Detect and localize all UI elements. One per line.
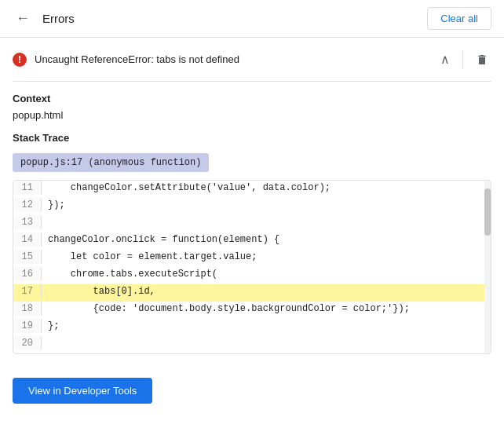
line-content: let color = element.target.value; <box>42 250 491 264</box>
line-number: 12 <box>13 198 42 212</box>
line-number: 19 <box>13 319 42 333</box>
line-number: 18 <box>13 302 42 316</box>
code-line: 16 chrome.tabs.executeScript( <box>13 267 491 284</box>
code-line: 20 <box>13 336 491 353</box>
stack-trace-section: Stack Trace popup.js:17 (anonymous funct… <box>13 132 491 180</box>
code-line: 15 let color = element.target.value; <box>13 250 491 267</box>
code-line: 19}; <box>13 319 491 336</box>
line-content: }; <box>42 319 491 333</box>
line-content <box>42 215 491 218</box>
line-number: 17 <box>13 284 42 298</box>
context-section: Context popup.html <box>13 93 491 121</box>
vertical-divider <box>462 50 463 69</box>
header-left: ← Errors <box>13 7 75 30</box>
line-content: chrome.tabs.executeScript( <box>42 267 491 281</box>
line-number: 11 <box>13 181 42 195</box>
error-item: ! Uncaught ReferenceError: tabs is not d… <box>13 38 491 82</box>
line-number: 16 <box>13 267 42 281</box>
context-file: popup.html <box>13 109 491 121</box>
main-content: ! Uncaught ReferenceError: tabs is not d… <box>0 38 504 367</box>
line-content: {code: 'document.body.style.backgroundCo… <box>42 302 491 316</box>
dev-tools-button[interactable]: View in Developer Tools <box>13 378 152 404</box>
clear-all-button[interactable]: Clear all <box>427 7 491 30</box>
chevron-up-icon: ∧ <box>440 52 450 67</box>
error-message: Uncaught ReferenceError: tabs is not def… <box>35 53 239 65</box>
line-content <box>42 336 491 339</box>
code-line: 14changeColor.onclick = function(element… <box>13 232 491 250</box>
code-line: 13 <box>13 215 491 232</box>
line-number: 20 <box>13 336 42 350</box>
stack-trace-chip: popup.js:17 (anonymous function) <box>13 153 209 172</box>
line-number: 15 <box>13 250 42 264</box>
line-content: }); <box>42 198 491 212</box>
footer: View in Developer Tools <box>0 367 504 415</box>
error-controls: ∧ <box>437 49 491 70</box>
page-title: Errors <box>42 12 75 25</box>
code-line: 18 {code: 'document.body.style.backgroun… <box>13 302 491 319</box>
error-icon: ! <box>13 53 27 67</box>
code-line: 17 tabs[0].id, <box>13 284 491 302</box>
line-content: changeColor.setAttribute('value', data.c… <box>42 181 491 195</box>
line-number: 14 <box>13 232 42 247</box>
code-line: 11 changeColor.setAttribute('value', dat… <box>13 181 491 198</box>
code-lines-container[interactable]: 11 changeColor.setAttribute('value', dat… <box>13 181 491 353</box>
back-icon: ← <box>16 10 30 27</box>
back-button[interactable]: ← <box>13 7 33 30</box>
stack-trace-label: Stack Trace <box>13 132 491 144</box>
error-left: ! Uncaught ReferenceError: tabs is not d… <box>13 53 239 67</box>
line-content: tabs[0].id, <box>42 284 491 298</box>
code-block: 11 changeColor.setAttribute('value', dat… <box>13 180 491 354</box>
collapse-button[interactable]: ∧ <box>437 49 453 70</box>
trash-icon <box>476 53 488 66</box>
line-content: changeColor.onclick = function(element) … <box>42 232 491 247</box>
scrollbar-thumb <box>484 188 491 236</box>
line-number: 13 <box>13 215 42 229</box>
scrollbar[interactable] <box>484 181 491 353</box>
error-icon-label: ! <box>18 54 21 65</box>
delete-button[interactable] <box>473 50 491 69</box>
context-label: Context <box>13 93 491 104</box>
header: ← Errors Clear all <box>0 0 504 38</box>
code-line: 12}); <box>13 198 491 215</box>
